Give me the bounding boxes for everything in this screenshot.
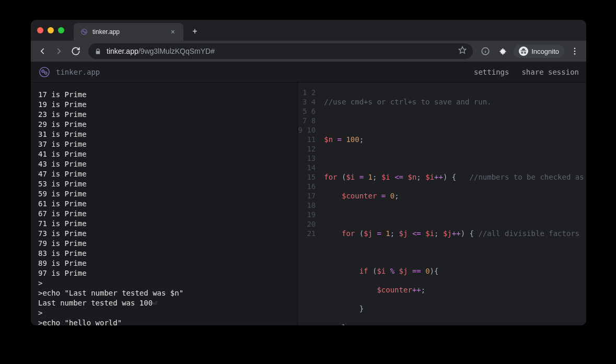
out-11: 61 is Prime bbox=[38, 199, 87, 208]
out-1: 19 is Prime bbox=[38, 100, 87, 109]
tab-close-button[interactable]: × bbox=[169, 28, 177, 36]
line-gutter: 1 2 3 4 5 6 7 8 9 10 11 12 13 14 15 16 1… bbox=[298, 83, 321, 325]
trailing-symbol: ⏎ bbox=[153, 299, 157, 307]
out-7: 43 is Prime bbox=[38, 160, 87, 168]
browser-menu-button[interactable] bbox=[567, 44, 582, 58]
incognito-badge[interactable]: Incognito bbox=[514, 44, 564, 58]
forward-button[interactable] bbox=[52, 44, 66, 58]
out-19: > bbox=[38, 279, 42, 287]
svg-point-1 bbox=[83, 31, 84, 32]
svg-point-12 bbox=[45, 72, 47, 74]
svg-marker-3 bbox=[459, 46, 466, 53]
extensions-icon[interactable] bbox=[496, 44, 510, 58]
tab-bar: tinker.app × + bbox=[31, 20, 586, 41]
browser-window: tinker.app × + tinker.app/9wg3lMulzKQqSm… bbox=[31, 20, 586, 325]
out-23: >echo "hello world" bbox=[38, 319, 122, 325]
url-text: tinker.app/9wg3lMulzKQqSmYD# bbox=[107, 47, 215, 55]
svg-point-7 bbox=[574, 48, 576, 49]
browser-tab[interactable]: tinker.app × bbox=[74, 23, 183, 41]
app-logo-icon bbox=[38, 66, 51, 78]
out-5: 37 is Prime bbox=[38, 140, 87, 148]
out-2: 23 is Prime bbox=[38, 110, 87, 119]
svg-point-0 bbox=[82, 29, 87, 35]
out-0: 17 is Prime bbox=[38, 90, 87, 99]
url-domain: tinker.app bbox=[107, 47, 138, 55]
maximize-window-button[interactable] bbox=[58, 27, 64, 33]
out-6: 41 is Prime bbox=[38, 150, 87, 158]
out-3: 29 is Prime bbox=[38, 120, 87, 128]
tab-title: tinker.app bbox=[92, 28, 165, 36]
out-22: > bbox=[38, 309, 42, 317]
window-controls bbox=[37, 27, 64, 33]
code-area[interactable]: //use cmd+s or ctrl+s to save and run. $… bbox=[321, 83, 586, 325]
content-panes: 17 is Prime 19 is Prime 23 is Prime 29 i… bbox=[31, 83, 586, 325]
bookmark-icon[interactable] bbox=[458, 46, 467, 56]
app-header: tinker.app settings share session bbox=[31, 62, 586, 83]
out-12: 67 is Prime bbox=[38, 209, 87, 218]
out-16: 83 is Prime bbox=[38, 249, 87, 257]
out-13: 71 is Prime bbox=[38, 219, 87, 228]
out-20: >echo "Last number tested was $n" bbox=[38, 289, 183, 297]
out-10: 59 is Prime bbox=[38, 190, 87, 198]
svg-point-2 bbox=[84, 32, 86, 33]
site-info-icon[interactable] bbox=[478, 44, 493, 58]
share-session-link[interactable]: share session bbox=[521, 68, 579, 76]
svg-point-9 bbox=[574, 53, 576, 55]
out-4: 31 is Prime bbox=[38, 130, 87, 138]
out-9: 53 is Prime bbox=[38, 180, 87, 188]
out-17: 89 is Prime bbox=[38, 259, 87, 267]
out-14: 73 is Prime bbox=[38, 229, 87, 238]
out-15: 79 is Prime bbox=[38, 239, 87, 248]
reload-button[interactable] bbox=[68, 44, 83, 58]
settings-link[interactable]: settings bbox=[474, 68, 509, 76]
minimize-window-button[interactable] bbox=[48, 27, 54, 33]
app-name: tinker.app bbox=[56, 68, 100, 76]
lock-icon bbox=[95, 48, 101, 55]
back-button[interactable] bbox=[35, 44, 50, 58]
new-tab-button[interactable]: + bbox=[188, 24, 202, 39]
svg-point-11 bbox=[42, 69, 44, 72]
tab-favicon-icon bbox=[80, 28, 88, 36]
close-window-button[interactable] bbox=[37, 27, 43, 33]
incognito-label: Incognito bbox=[531, 48, 559, 55]
out-18: 97 is Prime bbox=[38, 269, 87, 277]
editor-pane[interactable]: 1 2 3 4 5 6 7 8 9 10 11 12 13 14 15 16 1… bbox=[297, 83, 586, 325]
incognito-icon bbox=[519, 46, 528, 56]
output-pane[interactable]: 17 is Prime 19 is Prime 23 is Prime 29 i… bbox=[31, 83, 297, 325]
address-bar[interactable]: tinker.app/9wg3lMulzKQqSmYD# bbox=[88, 43, 473, 59]
browser-toolbar: tinker.app/9wg3lMulzKQqSmYD# Incognito bbox=[31, 41, 586, 62]
url-path: /9wg3lMulzKQqSmYD# bbox=[138, 47, 215, 55]
out-8: 47 is Prime bbox=[38, 170, 87, 178]
svg-point-8 bbox=[574, 51, 576, 52]
out-21: Last number tested was 100 bbox=[38, 299, 153, 307]
